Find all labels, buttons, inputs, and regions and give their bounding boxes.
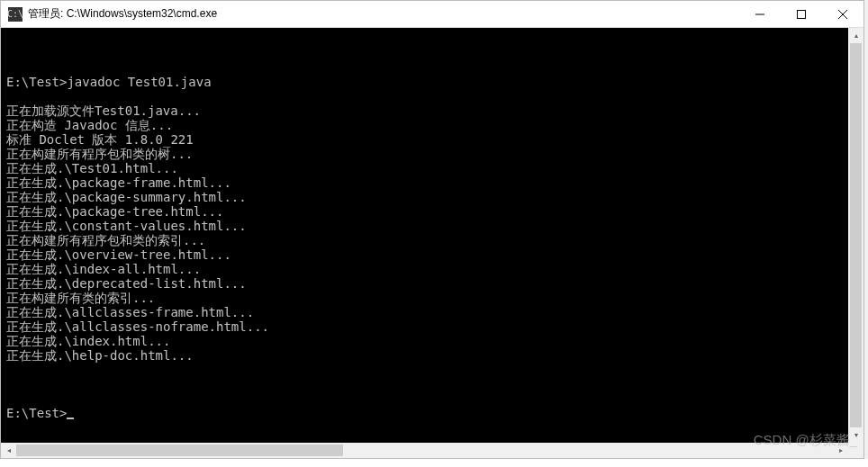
output-line: 正在生成.\overview-tree.html... [6, 247, 858, 262]
output-line: 正在生成.\package-tree.html... [6, 204, 858, 219]
window-title: 管理员: C:\Windows\system32\cmd.exe [28, 6, 739, 22]
console-area: E:\Test>javadoc Test01.java 正在加载源文件Test0… [1, 28, 863, 458]
bottom-edge [0, 459, 868, 467]
title-bar[interactable]: C:\ 管理员: C:\Windows\system32\cmd.exe [1, 1, 863, 28]
horizontal-scrollbar[interactable]: ◂ ▸ [1, 443, 848, 458]
output-line: 正在生成.\constant-values.html... [6, 219, 858, 233]
output-line: 正在生成.\package-summary.html... [6, 190, 858, 204]
output-line: 正在构建所有程序包和类的索引... [6, 233, 858, 247]
output-line: 正在生成.\index-all.html... [6, 262, 858, 276]
scrollbar-corner [848, 443, 863, 458]
output-line: 正在构造 Javadoc 信息... [6, 118, 858, 132]
scroll-track[interactable] [848, 43, 863, 427]
close-button[interactable] [822, 1, 863, 27]
output-line: 正在生成.\package-frame.html... [6, 175, 858, 190]
prompt-text: E:\Test> [6, 75, 67, 89]
output-line: 正在生成.\allclasses-noframe.html... [6, 319, 858, 334]
prompt-text: E:\Test> [6, 406, 67, 420]
cursor [67, 418, 74, 419]
output-line: 正在生成.\Test01.html... [6, 161, 858, 175]
output-line: 正在加载源文件Test01.java... [6, 103, 858, 118]
cmd-icon: C:\ [8, 7, 23, 22]
scroll-up-button[interactable]: ▴ [848, 28, 863, 43]
output-line: 正在生成.\index.html... [6, 334, 858, 348]
output-line: 正在生成.\help-doc.html... [6, 348, 858, 363]
minimize-button[interactable] [739, 1, 781, 27]
window-controls [739, 1, 863, 27]
scroll-down-button[interactable]: ▾ [848, 427, 863, 443]
scroll-right-button[interactable]: ▸ [833, 443, 848, 458]
command-text: javadoc Test01.java [67, 75, 211, 89]
output-line: 正在生成.\deprecated-list.html... [6, 276, 858, 291]
output-line: 标准 Doclet 版本 1.8.0_221 [6, 132, 858, 147]
prompt-line: E:\Test> [6, 406, 858, 420]
scroll-track[interactable] [16, 443, 833, 458]
cmd-window: C:\ 管理员: C:\Windows\system32\cmd.exe E:\… [0, 0, 864, 459]
output-line: 正在构建所有类的索引... [6, 291, 858, 305]
maximize-button[interactable] [781, 1, 822, 27]
prompt-line: E:\Test>javadoc Test01.java [6, 75, 858, 89]
blank-line [6, 46, 858, 60]
scroll-left-button[interactable]: ◂ [1, 443, 16, 458]
blank-line [6, 377, 858, 391]
console-output[interactable]: E:\Test>javadoc Test01.java 正在加载源文件Test0… [1, 28, 863, 453]
scroll-thumb[interactable] [16, 445, 343, 456]
output-line: 正在生成.\allclasses-frame.html... [6, 305, 858, 319]
scroll-thumb[interactable] [850, 43, 862, 427]
output-line: 正在构建所有程序包和类的树... [6, 147, 858, 161]
vertical-scrollbar[interactable]: ▴ ▾ [848, 28, 863, 443]
svg-rect-1 [798, 10, 806, 18]
